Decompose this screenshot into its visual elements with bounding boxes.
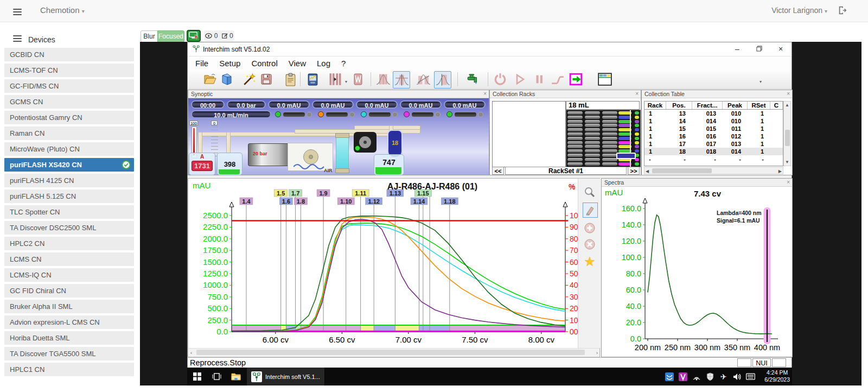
- prime-pump-icon[interactable]: ▾: [465, 72, 481, 87]
- chromatogram-chart[interactable]: 0.0250.0500.0750.01000.01250.01500.01750…: [188, 179, 578, 348]
- collect-peak-icon[interactable]: [434, 71, 451, 88]
- chart-hscrollbar[interactable]: ‹ ›: [189, 348, 599, 356]
- collect-all-icon[interactable]: [375, 72, 391, 87]
- brand-dropdown[interactable]: Chemotion ▾: [40, 5, 85, 15]
- sidebar-item-gc-fid-ms-cn[interactable]: GC-FID/MS CN: [4, 79, 134, 93]
- close-button[interactable]: ×: [770, 42, 792, 56]
- column-header-peak[interactable]: Peak: [723, 102, 748, 109]
- sidebar-item-puriflash-5-125-cn[interactable]: puriFLASH 5.125 CN: [4, 189, 134, 203]
- close-icon[interactable]: ×: [787, 91, 790, 97]
- collect-waste-icon[interactable]: [350, 72, 366, 87]
- synoptic-view-icon[interactable]: [305, 72, 320, 87]
- wizard-icon[interactable]: [242, 72, 257, 87]
- menu-file[interactable]: File: [190, 59, 214, 68]
- sidebar-item-potentiostat-gamry-cn[interactable]: Potentiostat Gamry CN: [4, 111, 134, 124]
- table-vscrollbar[interactable]: ▲ ▼: [783, 101, 791, 166]
- zoom-tool-icon[interactable]: [583, 185, 597, 199]
- rack-display[interactable]: [566, 110, 641, 167]
- menu-control[interactable]: Control: [246, 59, 283, 68]
- sidebar-item-gc-fid-chiral-cn[interactable]: GC FID Chiral CN: [4, 284, 134, 298]
- restore-button[interactable]: [748, 42, 770, 56]
- menu-setup[interactable]: Setup: [214, 59, 246, 68]
- task-view-button[interactable]: [207, 368, 226, 385]
- menu-hamburger-icon[interactable]: [13, 7, 22, 17]
- sidebar-item-gcms-cn[interactable]: GCMS CN: [4, 95, 134, 109]
- vnc-viewer-icon[interactable]: [676, 370, 690, 383]
- rack-list-box[interactable]: [492, 101, 566, 167]
- pause-icon[interactable]: [532, 72, 547, 87]
- user-menu[interactable]: Victor Larignon ▾: [771, 6, 827, 15]
- table-row[interactable]: 1180180141: [644, 148, 783, 155]
- window-titlebar[interactable]: Interchim soft V5.1d.02 – ×: [188, 42, 792, 56]
- sidebar-item-advion-expresion-l-cms-cn[interactable]: Advion expresion-L CMS CN: [4, 315, 134, 329]
- sidebar-item-horiba-duetta-sml[interactable]: Horiba Duetta SML: [4, 331, 134, 345]
- touch-keyboard-icon[interactable]: [744, 370, 757, 383]
- collect-transfer-icon[interactable]: [328, 72, 343, 87]
- table-row[interactable]: -----: [644, 155, 783, 163]
- sidebar-item-ta-discover-tga5500-sml[interactable]: TA Discover TGA5500 SML: [4, 347, 134, 361]
- column-header-fract[interactable]: Fract...: [692, 102, 723, 109]
- close-icon[interactable]: ×: [635, 91, 639, 97]
- taskbar-app-interchim[interactable]: Interchim soft V5.1...: [247, 368, 325, 385]
- taskbar-clock[interactable]: 4:24 PM 6/29/2023: [764, 369, 790, 383]
- report-icon[interactable]: [283, 72, 298, 87]
- run-icon[interactable]: [512, 72, 527, 87]
- sidebar-item-lcms-iq-cn[interactable]: LCMS-IQ CN: [4, 268, 134, 282]
- column-header-pos[interactable]: Pos.: [666, 102, 692, 109]
- column-header-c[interactable]: C: [770, 102, 783, 109]
- menu-view[interactable]: View: [283, 59, 311, 68]
- delete-fraction-icon[interactable]: [583, 237, 597, 251]
- exit-icon[interactable]: [569, 72, 584, 87]
- logout-icon[interactable]: [838, 5, 847, 17]
- open-method-icon[interactable]: [202, 72, 218, 87]
- blur-button[interactable]: Blur: [141, 30, 158, 42]
- sidebar-item-hplc2-cn[interactable]: HPLC2 CN: [4, 237, 134, 250]
- defender-shield-icon[interactable]: [703, 370, 717, 383]
- rackset-prev-button[interactable]: <<: [492, 167, 504, 175]
- table-row[interactable]: 1160160121: [644, 132, 783, 140]
- fraction-edit-tool-icon[interactable]: [583, 203, 598, 218]
- close-icon[interactable]: ×: [787, 179, 790, 185]
- file-explorer-button[interactable]: [226, 368, 246, 385]
- close-icon[interactable]: ×: [483, 91, 487, 97]
- vnc-server-icon[interactable]: [662, 370, 676, 383]
- collect-slope-icon[interactable]: [416, 72, 431, 87]
- save-icon[interactable]: ▾: [259, 72, 274, 87]
- rack-view-icon[interactable]: [597, 72, 612, 87]
- start-button[interactable]: [187, 368, 207, 385]
- sidebar-item-puriflash-xs420-cn[interactable]: puriFLASH XS420 CN: [4, 158, 134, 172]
- remote-desktop-canvas[interactable]: Interchim soft V5.1d.02 – × FileSetupCon…: [140, 42, 861, 385]
- sidebar-item-raman-cn[interactable]: Raman CN: [4, 127, 134, 140]
- screen-share-button[interactable]: [187, 30, 201, 42]
- edit-method-icon[interactable]: ▾: [219, 72, 234, 87]
- table-hscrollbar[interactable]: ◀ ▶: [644, 167, 783, 174]
- spectra-chart[interactable]: 0.020.040.060.080.0100.0120.0140.0160.02…: [602, 187, 792, 357]
- table-row[interactable]: 1170170131: [644, 140, 783, 148]
- sidebar-item-microwave-pluto-cn[interactable]: MicroWave (Pluto) CN: [4, 142, 134, 156]
- minimize-button[interactable]: –: [726, 42, 748, 56]
- column-header-rset[interactable]: RSet: [748, 102, 770, 109]
- menu-help[interactable]: ?: [336, 59, 351, 68]
- sidebar-item-lcms-cn[interactable]: LCMS CN: [4, 252, 134, 266]
- column-header-rack[interactable]: Rack: [644, 102, 666, 109]
- sidebar-item-lcms-tof-cn[interactable]: LCMS-TOF CN: [4, 64, 134, 77]
- focused-button[interactable]: Focused: [157, 30, 184, 42]
- power-icon[interactable]: [493, 72, 508, 87]
- collect-threshold-icon[interactable]: [393, 71, 410, 88]
- sidebar-item-gcbid-cn[interactable]: GCBID CN: [4, 48, 134, 61]
- network-icon[interactable]: [690, 370, 703, 383]
- sidebar-item-puriflash-4125-cn[interactable]: puriFLASH 4125 CN: [4, 174, 134, 187]
- add-fraction-icon[interactable]: [583, 221, 597, 235]
- gradient-icon[interactable]: [550, 72, 565, 87]
- table-row[interactable]: 1130130101: [644, 110, 783, 117]
- rackset-next-button[interactable]: >>: [628, 167, 640, 175]
- favorite-star-icon[interactable]: ★: [583, 255, 597, 269]
- airplane-mode-icon[interactable]: ✈: [717, 370, 730, 383]
- sidebar-item-tlc-spotter-cn[interactable]: TLC Spotter CN: [4, 205, 134, 219]
- sidebar-item-bruker-alpha-ii-sml[interactable]: Bruker Alpha II SML: [4, 300, 134, 313]
- table-row[interactable]: 1150150111: [644, 125, 783, 132]
- sidebar-item-ta-discover-dsc2500-sml[interactable]: TA Discover DSC2500 SML: [4, 221, 134, 235]
- sidebar-item-hplc1-cn[interactable]: HPLC1 CN: [4, 363, 134, 376]
- menu-log[interactable]: Log: [311, 59, 336, 68]
- table-row[interactable]: 1140140101: [644, 117, 783, 125]
